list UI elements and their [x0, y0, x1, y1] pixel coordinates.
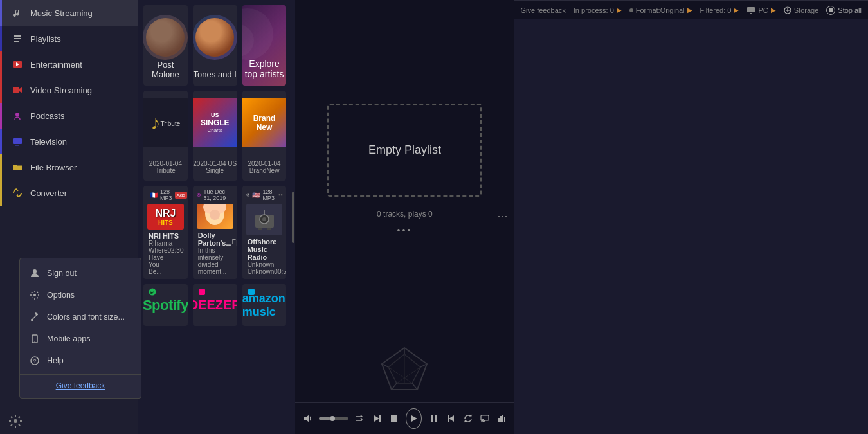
stop-button[interactable]	[389, 411, 400, 426]
svg-rect-5	[13, 87, 19, 93]
mobile-label: Mobile apps	[47, 334, 90, 343]
menu-item-colors[interactable]: Colors and font size...	[20, 306, 141, 328]
play-button[interactable]	[406, 408, 422, 429]
ads-badge: Ads	[175, 192, 188, 199]
pause-button[interactable]	[428, 411, 439, 426]
album-card-us-single[interactable]: US SINGLE Charts 2020-01-04 US Single	[193, 91, 237, 181]
artist-card-post-malone[interactable]: Post Malone	[143, 5, 188, 86]
menu-item-help[interactable]: ? Help	[20, 350, 141, 372]
dolly-card[interactable]: Tue Dec 31, 2019	[193, 186, 237, 279]
dolly-title: Dolly Parton's...	[198, 231, 232, 247]
sidebar-label-podcasts: Podcasts	[30, 111, 64, 121]
menu-item-mobile[interactable]: Mobile apps	[20, 328, 141, 350]
volume-fill	[319, 417, 330, 420]
svg-rect-34	[258, 228, 262, 230]
artist-card-tones-and-i[interactable]: Tones and I	[193, 5, 237, 86]
empty-playlist-text: Empty Playlist	[368, 143, 441, 157]
sidebar-label-video-streaming: Video Streaming	[30, 86, 92, 95]
singles-cover: US SINGLE Charts	[193, 98, 237, 147]
sidebar-item-playlists[interactable]: Playlists	[0, 26, 138, 51]
amazon-card[interactable]: amazon music	[242, 284, 287, 326]
explore-top-artists-card[interactable]: Explore top artists	[242, 5, 287, 86]
sidebar-settings-button[interactable]	[0, 408, 138, 434]
more-dots[interactable]: •••	[397, 225, 413, 235]
scroll-thumb	[292, 192, 294, 243]
tv-icon	[11, 135, 24, 148]
svg-point-21	[14, 419, 17, 423]
svg-point-18	[34, 341, 35, 342]
single-text: SINGLE	[201, 118, 230, 127]
next-button[interactable]	[446, 411, 457, 426]
svg-rect-2	[14, 41, 19, 42]
sidebar-item-entertainment[interactable]: Entertainment	[0, 51, 138, 77]
sidebar-item-podcasts[interactable]: Podcasts	[0, 103, 138, 129]
offshore-thumb	[246, 204, 283, 235]
fr-flag: 🇫🇷	[150, 192, 158, 199]
stop-all-button[interactable]: Stop all	[826, 6, 862, 15]
sidebar-label-entertainment: Entertainment	[30, 60, 82, 69]
nri-card[interactable]: 🇫🇷 128 MP3 Ads ▪▪ NRJ HITS	[143, 186, 188, 279]
volume-slider[interactable]	[319, 417, 348, 420]
options-gear-icon	[29, 289, 41, 301]
storage-plus-icon	[784, 6, 791, 14]
cast-button[interactable]	[480, 411, 491, 426]
volume-dot	[330, 416, 335, 421]
menu-item-sign-out[interactable]: Sign out	[20, 262, 141, 284]
radio-graphic	[250, 205, 279, 234]
repeat-button[interactable]	[463, 411, 474, 426]
equalizer-button[interactable]	[497, 411, 508, 426]
dolly-episodes-label: Episodes	[232, 239, 237, 246]
brandnew-cover: Brand New	[242, 98, 287, 147]
menu-item-options[interactable]: Options	[20, 284, 141, 306]
format-item: Format:Original ▶	[629, 6, 692, 14]
nri-title: NRI HITS	[149, 232, 183, 240]
device-item[interactable]: PC ▶	[746, 6, 775, 15]
storage-item[interactable]: Storage	[784, 6, 819, 14]
sidebar-label-television: Television	[30, 137, 67, 147]
svg-line-45	[392, 383, 397, 390]
feedback-item[interactable]: Give feedback	[520, 6, 565, 14]
svg-rect-39	[248, 289, 255, 295]
menu-feedback[interactable]: Give feedback	[20, 377, 141, 394]
popup-menu: Sign out Options Colors and font size...…	[19, 258, 141, 399]
format-arrow: ▶	[687, 6, 692, 14]
filtered-item: Filtered: 0 ▶	[700, 6, 739, 14]
shuffle-button[interactable]	[355, 411, 366, 426]
filtered-arrow: ▶	[734, 6, 739, 14]
spotify-card[interactable]: Spotify	[143, 284, 188, 326]
sidebar-item-television[interactable]: Television	[0, 129, 138, 154]
svg-rect-54	[379, 415, 381, 422]
offshore-header: 🇺🇸 128 MP3 ▪▪	[242, 186, 287, 204]
album-card-tribute[interactable]: ♪ Tribute 2020-01-04 Tribute	[143, 91, 188, 181]
svg-rect-63	[500, 416, 502, 422]
radio-icon-sm	[246, 192, 250, 198]
gramophone-icon: ♪	[151, 112, 161, 134]
sidebar-item-video-streaming[interactable]: Video Streaming	[0, 77, 138, 103]
feedback-label: Give feedback	[520, 6, 565, 14]
volume-button[interactable]	[302, 411, 312, 426]
dolly-date: Tue Dec 31, 2019	[203, 188, 233, 201]
video-icon	[11, 84, 24, 96]
sidebar-item-music-streaming[interactable]: Music Streaming	[0, 0, 138, 26]
deezer-card[interactable]: DEEZER	[193, 284, 237, 326]
sidebar-label-converter: Converter	[30, 188, 67, 198]
prev-button[interactable]	[372, 411, 383, 426]
svg-line-44	[412, 383, 417, 390]
svg-rect-55	[391, 415, 397, 422]
offshore-quality: 128 MP3	[262, 188, 276, 201]
offshore-card[interactable]: 🇺🇸 128 MP3 ▪▪	[242, 186, 287, 279]
sidebar: Music Streaming Playlists Entertainment …	[0, 0, 138, 434]
offshore-bars: ▪▪	[278, 192, 282, 198]
svg-point-33	[262, 217, 266, 221]
sidebar-item-file-browser[interactable]: File Browser	[0, 154, 138, 180]
mobile-icon	[29, 333, 41, 345]
offshore-title: Offshore Music Radio	[248, 238, 282, 261]
podcast-icon	[197, 192, 201, 198]
album-card-brand-new[interactable]: Brand New 2020-01-04 BrandNew	[242, 91, 287, 181]
stop-all-label: Stop all	[838, 6, 862, 14]
svg-point-25	[198, 194, 200, 196]
folder-icon	[11, 161, 24, 174]
us-single-date: 2020-01-04 US Single	[193, 160, 237, 174]
sidebar-item-converter[interactable]: Converter	[0, 180, 138, 206]
svg-rect-66	[747, 7, 755, 12]
